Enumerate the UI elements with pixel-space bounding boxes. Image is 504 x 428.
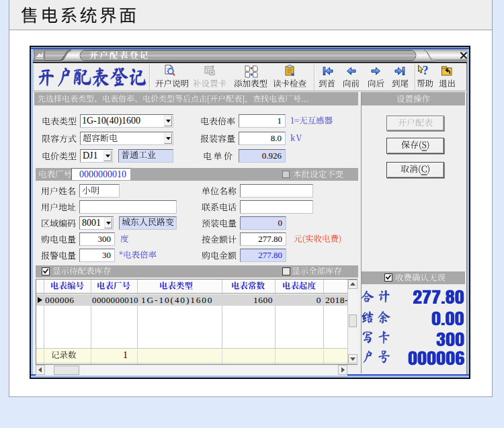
svg-text:?: ? bbox=[423, 64, 429, 77]
